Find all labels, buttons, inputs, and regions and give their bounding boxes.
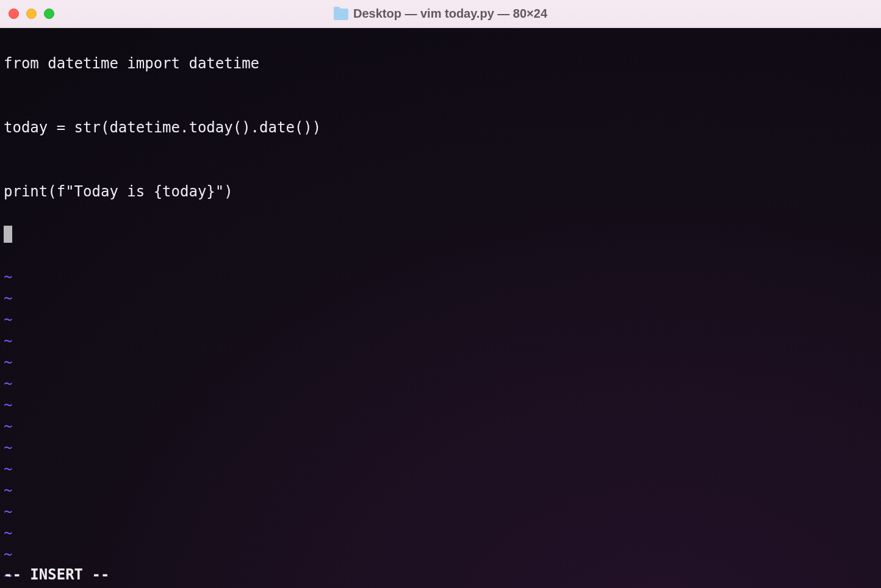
empty-line-tilde: ~ — [4, 480, 877, 501]
cursor-line — [4, 224, 877, 245]
empty-line-tilde: ~ — [4, 416, 877, 437]
empty-line-tilde: ~ — [4, 437, 877, 459]
empty-line-tilde: ~ — [4, 565, 877, 587]
code-line-1: from datetime import datetime — [4, 53, 877, 74]
code-line-5: print(f"Today is {today}") — [4, 181, 877, 203]
vim-mode-line: -- INSERT -- — [4, 564, 109, 586]
empty-line-tilde: ~ — [4, 501, 877, 523]
empty-line-tilde: ~ — [4, 331, 877, 352]
window-titlebar: Desktop — vim today.py — 80×24 — [0, 0, 881, 28]
window-title: Desktop — vim today.py — 80×24 — [334, 7, 547, 21]
window-title-text: Desktop — vim today.py — 80×24 — [353, 7, 547, 21]
folder-icon — [334, 9, 348, 20]
minimize-icon[interactable] — [26, 9, 37, 19]
empty-line-tilde: ~ — [4, 459, 877, 480]
close-icon[interactable] — [9, 9, 19, 19]
terminal-area[interactable]: from datetime import datetime today = st… — [0, 28, 881, 588]
empty-line-tilde: ~ — [4, 267, 877, 288]
traffic-lights — [9, 9, 54, 19]
empty-line-tilde: ~ — [4, 309, 877, 331]
fullscreen-icon[interactable] — [44, 9, 54, 19]
empty-line-tilde: ~ — [4, 523, 877, 544]
empty-line-tilde: ~ — [4, 373, 877, 395]
empty-line-tilde: ~ — [4, 288, 877, 309]
empty-line-tilde: ~ — [4, 395, 877, 416]
empty-line-tilde: ~ — [4, 352, 877, 373]
empty-line-tilde: ~ — [4, 544, 877, 565]
cursor-icon — [4, 226, 12, 243]
code-line-3: today = str(datetime.today().date()) — [4, 117, 877, 138]
